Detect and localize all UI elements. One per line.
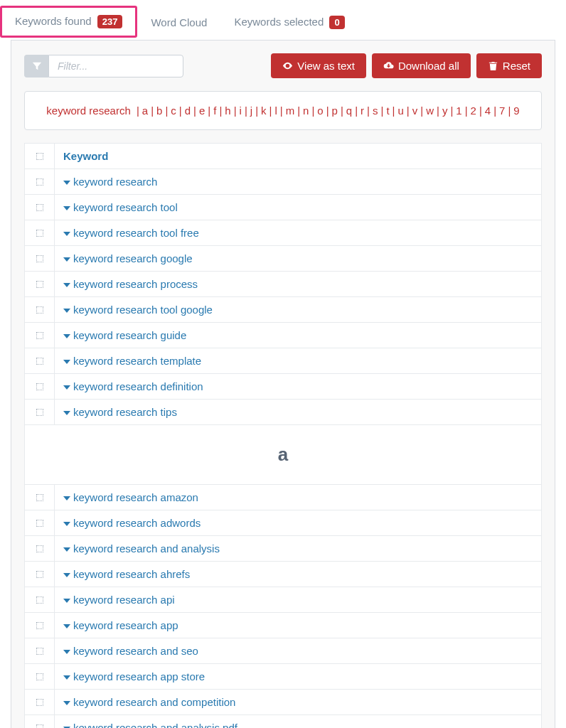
caret-down-icon[interactable] bbox=[63, 599, 70, 603]
table-row: keyword research api bbox=[25, 587, 542, 613]
checkbox-icon[interactable] bbox=[36, 673, 43, 680]
checkbox-icon[interactable] bbox=[36, 383, 43, 390]
az-link[interactable]: d bbox=[185, 105, 191, 117]
az-link[interactable]: p bbox=[332, 105, 338, 117]
caret-down-icon[interactable] bbox=[63, 181, 70, 185]
checkbox-icon[interactable] bbox=[36, 596, 43, 604]
checkbox-icon[interactable] bbox=[36, 178, 43, 186]
keyword-link[interactable]: keyword research adwords bbox=[73, 517, 201, 529]
keyword-link[interactable]: keyword research process bbox=[73, 278, 198, 290]
keyword-link[interactable]: keyword research guide bbox=[73, 329, 186, 341]
reset-button[interactable]: Reset bbox=[476, 53, 542, 78]
caret-down-icon[interactable] bbox=[63, 257, 70, 262]
caret-down-icon[interactable] bbox=[63, 206, 70, 210]
caret-down-icon[interactable] bbox=[63, 573, 70, 577]
checkbox-icon[interactable] bbox=[36, 409, 43, 416]
row-checkbox-cell bbox=[25, 638, 55, 664]
az-separator: | bbox=[417, 105, 426, 117]
button-label: Reset bbox=[503, 60, 530, 72]
keyword-link[interactable]: keyword research tool bbox=[73, 201, 178, 213]
checkbox-icon[interactable] bbox=[36, 358, 43, 365]
filter-icon-button[interactable] bbox=[24, 55, 48, 77]
az-link[interactable]: k bbox=[261, 105, 267, 117]
keyword-link[interactable]: keyword research bbox=[73, 176, 157, 188]
az-link[interactable]: a bbox=[142, 105, 148, 117]
keyword-link[interactable]: keyword research tool free bbox=[73, 227, 199, 239]
keyword-link[interactable]: keyword research app bbox=[73, 619, 178, 631]
row-checkbox-cell bbox=[25, 246, 55, 272]
tab-keywords-selected[interactable]: Keywords selected 0 bbox=[220, 8, 358, 36]
caret-down-icon[interactable] bbox=[63, 650, 70, 654]
checkbox-icon[interactable] bbox=[36, 724, 43, 728]
checkbox-icon[interactable] bbox=[36, 332, 43, 339]
caret-down-icon[interactable] bbox=[63, 522, 70, 526]
keyword-cell: keyword research google bbox=[55, 246, 542, 272]
checkbox-icon[interactable] bbox=[36, 204, 43, 211]
keyword-link[interactable]: keyword research tool google bbox=[73, 304, 213, 316]
caret-down-icon[interactable] bbox=[63, 232, 70, 236]
az-link[interactable]: m bbox=[286, 105, 295, 117]
header-keyword[interactable]: Keyword bbox=[55, 144, 542, 169]
checkbox-icon[interactable] bbox=[36, 494, 43, 501]
az-link[interactable]: s bbox=[373, 105, 378, 117]
checkbox-icon[interactable] bbox=[36, 545, 43, 552]
checkbox-icon[interactable] bbox=[36, 699, 43, 706]
az-separator: | bbox=[205, 105, 213, 117]
table-row: keyword research tool bbox=[25, 195, 542, 220]
caret-down-icon[interactable] bbox=[63, 701, 70, 705]
caret-down-icon[interactable] bbox=[63, 624, 70, 628]
filter-input[interactable] bbox=[48, 55, 183, 77]
keyword-link[interactable]: keyword research template bbox=[73, 355, 201, 367]
checkbox-icon[interactable] bbox=[36, 230, 43, 237]
caret-down-icon[interactable] bbox=[63, 385, 70, 390]
download-all-button[interactable]: Download all bbox=[372, 53, 471, 78]
caret-down-icon[interactable] bbox=[63, 309, 70, 313]
az-link[interactable]: 4 bbox=[485, 105, 491, 117]
keyword-link[interactable]: keyword research and analysis bbox=[73, 542, 220, 555]
keyword-link[interactable]: keyword research api bbox=[73, 594, 175, 606]
keyword-link[interactable]: keyword research and analysis pdf bbox=[73, 722, 237, 728]
az-link-first[interactable]: keyword research bbox=[46, 105, 130, 117]
caret-down-icon[interactable] bbox=[63, 283, 70, 287]
checkbox-icon[interactable] bbox=[36, 622, 43, 629]
keyword-link[interactable]: keyword research google bbox=[73, 252, 193, 264]
view-as-text-button[interactable]: View as text bbox=[271, 53, 366, 78]
caret-down-icon[interactable] bbox=[63, 411, 70, 415]
caret-down-icon[interactable] bbox=[63, 360, 70, 364]
keyword-link[interactable]: keyword research and seo bbox=[73, 645, 198, 657]
caret-down-icon[interactable] bbox=[63, 547, 70, 552]
keyword-link[interactable]: keyword research app store bbox=[73, 670, 205, 682]
az-link[interactable]: h bbox=[225, 105, 230, 117]
checkbox-icon[interactable] bbox=[36, 648, 43, 655]
keyword-link[interactable]: keyword research amazon bbox=[73, 491, 198, 503]
checkbox-icon[interactable] bbox=[36, 306, 43, 314]
row-checkbox-cell bbox=[25, 485, 55, 510]
action-buttons: View as text Download all Reset bbox=[271, 53, 542, 78]
keyword-link[interactable]: keyword research and competition bbox=[73, 696, 235, 708]
tab-label: Keywords selected bbox=[234, 16, 324, 28]
tab-keywords-found[interactable]: Keywords found 237 bbox=[0, 6, 137, 38]
checkbox-icon[interactable] bbox=[36, 571, 43, 578]
az-link[interactable]: c bbox=[171, 105, 176, 117]
az-link[interactable]: 9 bbox=[513, 105, 519, 117]
az-link[interactable]: t bbox=[386, 105, 389, 117]
checkbox-icon[interactable] bbox=[36, 153, 43, 160]
caret-down-icon[interactable] bbox=[63, 334, 70, 338]
checkbox-icon[interactable] bbox=[36, 281, 43, 288]
az-link[interactable]: q bbox=[346, 105, 352, 117]
caret-down-icon[interactable] bbox=[63, 496, 70, 500]
az-link[interactable]: o bbox=[317, 105, 323, 117]
keyword-link[interactable]: keyword research ahrefs bbox=[73, 568, 190, 580]
keyword-link[interactable]: keyword research definition bbox=[73, 380, 203, 392]
keyword-link[interactable]: keyword research tips bbox=[73, 406, 177, 418]
az-link[interactable]: u bbox=[398, 105, 404, 117]
az-link[interactable]: 2 bbox=[471, 105, 476, 117]
checkbox-icon[interactable] bbox=[36, 255, 43, 262]
keyword-cell: keyword research process bbox=[55, 272, 542, 297]
checkbox-icon[interactable] bbox=[36, 520, 43, 527]
caret-down-icon[interactable] bbox=[63, 675, 70, 680]
az-link[interactable]: 1 bbox=[456, 105, 461, 117]
tab-word-cloud[interactable]: Word Cloud bbox=[137, 9, 220, 36]
az-link[interactable]: w bbox=[426, 105, 434, 117]
table-row: keyword research and analysis bbox=[25, 536, 542, 562]
